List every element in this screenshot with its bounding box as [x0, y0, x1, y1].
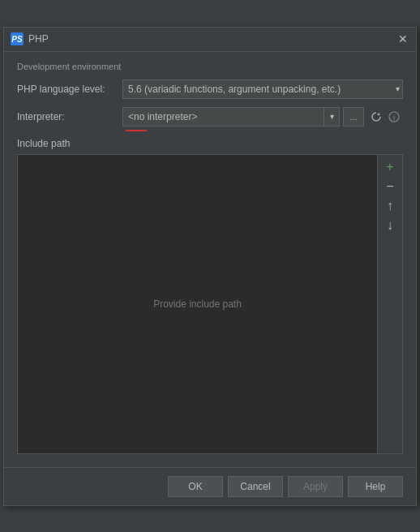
include-path-list: Provide include path — [17, 154, 378, 454]
add-include-path-button[interactable]: + — [381, 158, 399, 176]
include-path-label: Include path — [17, 138, 403, 149]
dialog-title: PHP — [28, 33, 49, 45]
php-language-level-wrapper: 5.6 (variadic functions, argument unpack… — [122, 79, 403, 99]
move-down-include-path-button[interactable]: ↓ — [381, 217, 399, 234]
remove-include-path-button[interactable]: − — [381, 178, 399, 195]
php-language-level-label: PHP language level: — [17, 84, 122, 95]
cancel-button[interactable]: Cancel — [228, 476, 283, 497]
interpreter-browse-button[interactable]: ... — [343, 107, 364, 127]
svg-marker-0 — [377, 113, 380, 115]
php-icon: PS — [11, 32, 24, 45]
title-bar-left: PS PHP — [11, 32, 49, 45]
interpreter-select-wrapper: <no interpreter> ▾ — [122, 107, 340, 127]
svg-text:i: i — [393, 114, 395, 122]
apply-button[interactable]: Apply — [288, 476, 343, 497]
php-dialog: PS PHP ✕ Development environment PHP lan… — [3, 27, 417, 506]
title-bar: PS PHP ✕ — [4, 28, 416, 52]
close-button[interactable]: ✕ — [396, 32, 409, 45]
include-path-section: Include path Provide include path + − ↑ … — [17, 138, 403, 454]
dialog-body: Development environment PHP language lev… — [4, 52, 416, 464]
include-path-container: Provide include path + − ↑ ↓ — [17, 154, 403, 454]
interpreter-dropdown-button[interactable]: ▾ — [324, 107, 340, 127]
help-button[interactable]: Help — [348, 476, 403, 497]
interpreter-info-button[interactable]: i — [385, 107, 403, 127]
interpreter-label: Interpreter: — [17, 111, 122, 122]
section-label: Development environment — [17, 62, 403, 71]
move-up-include-path-button[interactable]: ↑ — [381, 197, 399, 215]
php-language-level-row: PHP language level: 5.6 (variadic functi… — [17, 79, 403, 99]
ok-button[interactable]: OK — [168, 476, 223, 497]
interpreter-row: Interpreter: <no interpreter> ▾ ... i — [17, 107, 403, 127]
interpreter-select[interactable]: <no interpreter> — [122, 107, 324, 127]
include-path-placeholder: Provide include path — [153, 298, 242, 310]
dialog-footer: OK Cancel Apply Help — [4, 467, 416, 505]
interpreter-error-indicator — [126, 130, 147, 131]
include-path-toolbar: + − ↑ ↓ — [378, 154, 403, 454]
interpreter-refresh-button[interactable] — [367, 107, 385, 127]
php-language-level-select[interactable]: 5.6 (variadic functions, argument unpack… — [122, 79, 403, 99]
